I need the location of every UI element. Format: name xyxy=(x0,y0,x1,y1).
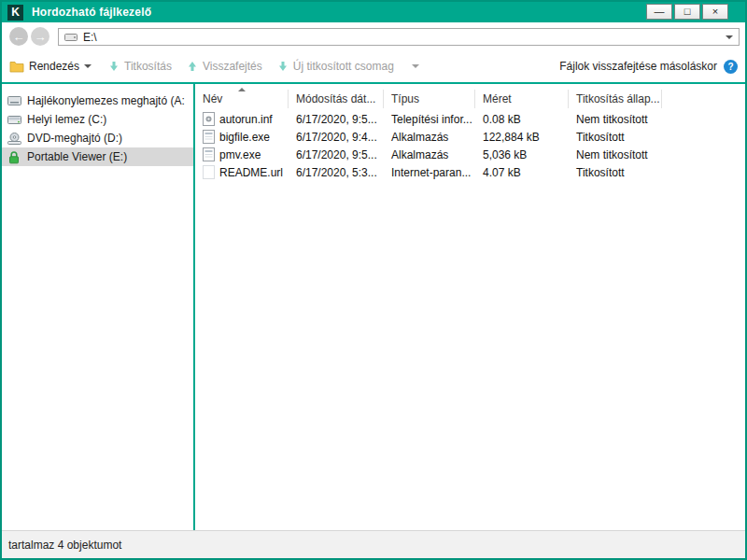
application-file-icon xyxy=(203,147,215,161)
sidebar-item-portable-viewer-e[interactable]: Portable Viewer (E:) xyxy=(2,147,193,166)
organize-label: Rendezés xyxy=(29,60,79,73)
new-package-dropdown-icon[interactable] xyxy=(412,64,419,68)
address-dropdown-icon[interactable] xyxy=(726,35,733,39)
encrypted-drive-lock-icon xyxy=(7,149,21,164)
status-text: tartalmaz 4 objektumot xyxy=(8,539,121,552)
minimize-button[interactable]: — xyxy=(646,4,672,20)
sidebar-item-label: DVD-meghajtó (D:) xyxy=(27,132,122,145)
table-row[interactable]: pmv.exe 6/17/2020, 9:5... Alkalmazás 5,0… xyxy=(195,146,745,163)
file-name: autorun.inf xyxy=(219,113,273,126)
floppy-drive-icon xyxy=(7,93,21,108)
titlebar[interactable]: K Hordozható fájlkezelő — □ × xyxy=(2,2,745,22)
toolbar: Rendezés Titkosítás Visszafejtés Új titk… xyxy=(2,50,745,82)
folder-icon xyxy=(9,61,24,73)
decrypt-on-copy-label[interactable]: Fájlok visszafejtése másoláskor xyxy=(559,60,717,73)
hard-disk-icon xyxy=(7,112,21,127)
sidebar-item-local-disk-c[interactable]: Helyi lemez (C:) xyxy=(2,110,193,129)
sort-ascending-icon xyxy=(238,88,246,91)
decrypt-arrow-up-icon xyxy=(187,61,198,72)
new-encrypted-package-button[interactable]: Új titkosított csomag xyxy=(277,60,394,73)
file-encryption-status: Nem titkosított xyxy=(569,148,662,161)
file-type: Alkalmazás xyxy=(384,148,475,161)
address-path: E:\ xyxy=(83,31,97,44)
column-header-name[interactable]: Név xyxy=(195,90,289,108)
organize-button[interactable]: Rendezés xyxy=(9,60,92,73)
file-size: 0.08 kB xyxy=(475,113,569,126)
file-modified: 6/17/2020, 9:5... xyxy=(289,113,384,126)
help-icon[interactable]: ? xyxy=(724,60,738,74)
application-file-icon xyxy=(203,130,215,144)
navigation-bar: ← → E:\ xyxy=(2,22,745,50)
file-encryption-status: Titkosított xyxy=(569,166,662,179)
new-encrypted-package-label: Új titkosított csomag xyxy=(293,60,394,73)
setup-information-file-icon xyxy=(203,112,215,126)
file-name: bigfile.exe xyxy=(219,131,270,144)
drive-icon xyxy=(64,32,78,42)
file-modified: 6/17/2020, 9:5... xyxy=(289,148,384,161)
column-header-modified[interactable]: Módosítás dát... xyxy=(289,90,384,108)
encrypt-button[interactable]: Titkosítás xyxy=(108,60,172,73)
encrypt-label: Titkosítás xyxy=(124,60,172,73)
sidebar-item-floppy-a[interactable]: Hajlékonylemezes meghajtó (A: xyxy=(2,91,193,110)
decrypt-button[interactable]: Visszafejtés xyxy=(187,60,262,73)
table-row[interactable]: autorun.inf 6/17/2020, 9:5... Telepítési… xyxy=(195,110,745,128)
column-header-size[interactable]: Méret xyxy=(475,90,569,108)
kaspersky-logo-icon: K xyxy=(7,5,23,21)
close-button[interactable]: × xyxy=(702,4,728,20)
column-header-encryption-status[interactable]: Titkosítás állap... xyxy=(569,90,662,108)
drive-tree-sidebar: Hajlékonylemezes meghajtó (A: Helyi leme… xyxy=(2,84,193,530)
status-bar: tartalmaz 4 objektumot xyxy=(2,530,745,558)
file-modified: 6/17/2020, 9:4... xyxy=(289,131,384,144)
file-modified: 6/17/2020, 5:3... xyxy=(289,166,384,179)
file-list-panel: Név Módosítás dát... Típus Méret Titkosí… xyxy=(195,84,745,530)
sidebar-item-label: Portable Viewer (E:) xyxy=(27,150,127,163)
address-bar[interactable]: E:\ xyxy=(58,28,740,46)
file-list-header: Név Módosítás dát... Típus Méret Titkosí… xyxy=(195,88,745,110)
maximize-button[interactable]: □ xyxy=(674,4,700,20)
package-arrow-down-icon xyxy=(277,61,289,72)
file-type: Internet-paran... xyxy=(384,166,475,179)
file-type: Telepítési infor... xyxy=(384,113,475,126)
file-size: 122,884 kB xyxy=(475,131,569,144)
url-file-icon xyxy=(203,165,215,179)
forward-button[interactable]: → xyxy=(31,27,49,46)
portable-file-manager-window: K Hordozható fájlkezelő — □ × ← → E:\ Re… xyxy=(0,0,747,560)
sidebar-item-label: Hajlékonylemezes meghajtó (A: xyxy=(27,94,185,107)
window-controls: — □ × xyxy=(646,4,728,20)
dvd-drive-icon xyxy=(7,131,21,146)
organize-dropdown-icon xyxy=(84,64,92,68)
table-row[interactable]: README.url 6/17/2020, 5:3... Internet-pa… xyxy=(195,163,745,181)
sidebar-item-label: Helyi lemez (C:) xyxy=(27,113,106,126)
decrypt-label: Visszafejtés xyxy=(203,60,262,73)
file-type: Alkalmazás xyxy=(384,131,475,144)
file-encryption-status: Titkosított xyxy=(569,131,662,144)
table-row[interactable]: bigfile.exe 6/17/2020, 9:4... Alkalmazás… xyxy=(195,128,745,146)
encrypt-arrow-down-icon xyxy=(108,61,120,72)
file-encryption-status: Nem titkosított xyxy=(569,113,662,126)
file-size: 5,036 kB xyxy=(475,148,569,161)
back-button[interactable]: ← xyxy=(9,27,28,46)
window-title: Hordozható fájlkezelő xyxy=(32,6,151,19)
file-name: pmv.exe xyxy=(219,148,261,161)
column-header-type[interactable]: Típus xyxy=(384,90,475,108)
file-size: 4.07 kB xyxy=(475,166,569,179)
column-header-filler xyxy=(662,90,745,108)
file-name: README.url xyxy=(219,166,283,179)
sidebar-item-dvd-drive-d[interactable]: DVD-meghajtó (D:) xyxy=(2,129,193,147)
